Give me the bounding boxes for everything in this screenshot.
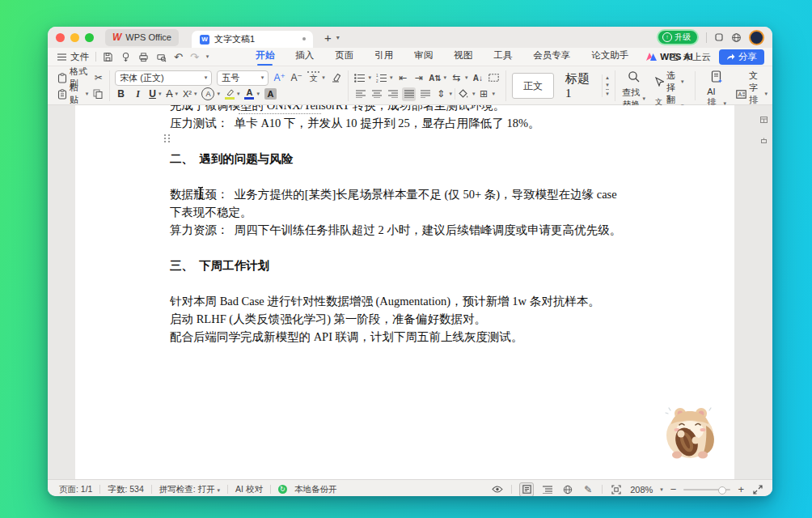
enclose-character-button[interactable]: A▾ [201,87,220,100]
copy-icon[interactable] [93,88,103,100]
ribbon-tab[interactable]: 论文助手 [591,49,628,64]
line-spacing-button[interactable]: ⇕▾ [434,88,452,100]
font-color-button[interactable]: A ▾ [244,88,260,100]
document-tab[interactable]: W 文字文稿1 [192,31,313,48]
zoom-out-button[interactable]: − [670,483,677,495]
zoom-slider-thumb[interactable] [718,486,726,495]
page-setup-button[interactable] [488,72,500,84]
document-line[interactable] [170,168,644,185]
eye-protect-icon[interactable] [491,483,504,496]
align-right-button[interactable] [386,87,400,101]
undo-icon[interactable]: ↶ [174,51,183,63]
document-canvas[interactable]: 完成了微调模型的 ONNX/TensorRT 转换，成功部署至测试环境。压力测试… [48,105,772,479]
style-gallery-scroll[interactable]: ▴▾▾ [602,74,609,97]
cloud-sync-button[interactable]: 未上云 [669,51,712,63]
export-icon[interactable] [121,52,131,62]
save-icon[interactable] [103,52,113,62]
spellcheck-toggle[interactable]: 拼写检查: 打开 ▾ [159,484,220,495]
decrease-font-button[interactable]: A⁻ [290,72,302,84]
decrease-indent-button[interactable]: ⇤ [396,72,408,84]
web-view-button[interactable] [561,483,574,496]
ribbon-tab[interactable]: 审阅 [414,49,433,64]
style-heading1[interactable]: 标题 1 [556,71,600,100]
pinyin-guide-button[interactable]: 文▾ [307,71,325,85]
document-line[interactable] [170,274,644,292]
document-line[interactable]: 三、 下周工作计划 [170,257,644,274]
ribbon-tab[interactable]: 开始 [256,49,274,64]
wps-office-home-button[interactable]: W WPS Office [105,29,179,46]
document-line[interactable] [170,132,644,150]
style-normal[interactable]: 正文 [512,73,554,99]
underline-button[interactable]: U▾ [149,88,161,100]
ai-layout-button[interactable]: AI 排版▾ [705,70,728,105]
page-tool-icon-2[interactable] [761,132,767,146]
outline-view-button[interactable] [541,483,554,496]
distribute-button[interactable] [418,87,432,101]
fit-page-icon[interactable] [610,483,623,496]
local-backup-status[interactable]: 本地备份开 [294,484,337,495]
share-button[interactable]: 分享 [719,49,764,65]
ribbon-tab[interactable]: 工具 [493,49,512,64]
align-left-button[interactable] [353,87,367,101]
paste-button[interactable]: 粘贴 ▾ [57,82,88,106]
justify-button[interactable] [402,87,416,101]
quick-actions-chevron-icon[interactable]: ▾ [206,53,209,60]
increase-indent-button[interactable]: ⇥ [412,72,425,84]
ribbon-tab[interactable]: 会员专享 [533,49,570,64]
zoom-chevron-icon[interactable]: ▾ [660,486,663,493]
font-name-select[interactable]: 宋体 (正文)▾ [115,70,212,86]
select-button[interactable]: 选择▾ [655,70,684,94]
increase-font-button[interactable]: A⁺ [273,72,285,84]
window-mode-icon[interactable] [714,32,724,42]
ribbon-tab[interactable]: 引用 [374,49,393,64]
font-size-select[interactable]: 五号▾ [217,70,269,86]
superscript-button[interactable]: X²▾ [183,89,197,99]
highlight-color-button[interactable]: ▾ [225,89,240,100]
ribbon-tab[interactable]: 视图 [454,49,472,64]
ribbon-tab[interactable]: 插入 [295,49,314,64]
ribbon-tab[interactable]: 页面 [335,49,353,64]
print-preview-icon[interactable] [156,52,167,62]
document-line[interactable]: 下表现不稳定。 [170,203,644,221]
bold-button[interactable]: B [115,88,127,100]
italic-button[interactable]: I [132,88,144,100]
sort-button[interactable]: A↓ [472,72,484,84]
globe-settings-icon[interactable] [731,32,742,43]
document-line[interactable]: 二、 遇到的问题与风险 [170,150,644,168]
document-line[interactable]: 配合后端同学完成新模型的 API 联调，计划下周五前上线灰度测试。 [170,328,644,346]
character-shading-button[interactable]: A [264,88,277,100]
ai-proofread-button[interactable]: AI 校对 [235,484,263,495]
redo-icon[interactable]: ↷ [190,51,199,63]
page-tool-icon-1[interactable] [760,112,768,126]
page-count[interactable]: 页面: 1/1 [59,484,92,495]
align-center-button[interactable] [370,87,383,101]
hamster-sticker[interactable] [659,403,721,465]
zoom-window-button[interactable] [85,33,94,42]
minimize-window-button[interactable] [70,33,79,42]
upgrade-button[interactable]: ↑ 升级 [657,29,699,45]
paragraph-drag-handle-icon[interactable] [164,134,171,142]
document-line[interactable]: 压力测试： 单卡 A10 下，并发从 10 提升到 25，显存占用降低了 18%… [170,114,644,132]
tab-list-chevron-icon[interactable]: ▾ [336,34,340,41]
word-count[interactable]: 字数: 534 [108,484,143,495]
print-icon[interactable] [138,52,149,62]
find-replace-button[interactable]: 查找替换▾ [620,70,647,105]
strikethrough-button[interactable]: A▾ [166,88,178,100]
pen-edit-icon[interactable]: ✎ [582,483,594,496]
document-line[interactable] [170,239,644,257]
user-avatar[interactable] [749,30,764,45]
file-menu-button[interactable]: 文件 [57,51,89,63]
zoom-in-button[interactable]: + [738,483,744,495]
document-line[interactable]: 算力资源： 周四下午训练任务排队超过 2 小时，建议后续错峰调度或申请更高优先级… [170,221,644,239]
document-page[interactable]: 完成了微调模型的 ONNX/TensorRT 转换，成功部署至测试环境。压力测试… [75,105,734,479]
zoom-slider[interactable] [683,489,730,490]
new-tab-button[interactable]: + [324,32,332,44]
borders-button[interactable]: ⊞▾ [477,88,495,100]
document-line[interactable]: 针对本周 Bad Case 进行针对性数据增强 (Augmentation)，预… [170,292,644,310]
text-direction-button[interactable]: ⇆▾ [450,72,468,84]
page-view-button[interactable] [519,482,534,497]
close-window-button[interactable] [56,33,65,42]
document-line[interactable]: 启动 RLHF (人类反馈强化学习) 第一阶段，准备偏好数据对。 [170,310,644,328]
fullscreen-icon[interactable] [751,483,764,496]
bullet-list-button[interactable]: ▾ [353,72,371,84]
